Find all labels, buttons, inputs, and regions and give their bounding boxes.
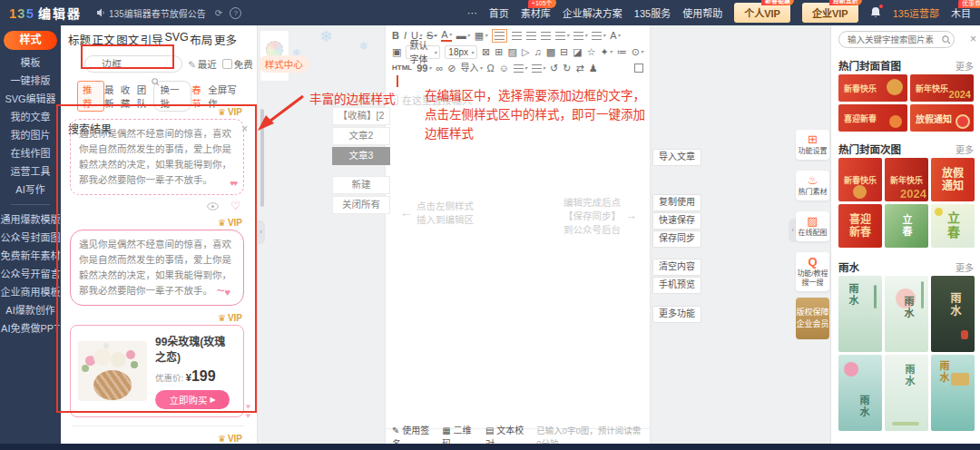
style-search-input[interactable] — [84, 55, 182, 73]
phone-preview-button[interactable]: 手机预览 — [652, 277, 701, 294]
background-color-icon[interactable]: ▦▾ — [475, 31, 487, 41]
style-panel-scrollbar[interactable] — [260, 109, 264, 207]
letter-spacing-icon[interactable]: ▾ — [592, 32, 605, 40]
cover-image[interactable]: 放假通知 — [910, 104, 974, 132]
clear-content-button[interactable]: 清空内容 — [652, 259, 701, 276]
music-icon[interactable]: ♫ — [534, 47, 541, 57]
copyright-vip-badge[interactable]: 版权保障企业会员 — [796, 298, 829, 339]
tab-body[interactable]: 正文 — [93, 31, 115, 48]
more-menu-icon[interactable]: ··· — [467, 7, 477, 18]
unlink-icon[interactable]: ⊘ — [447, 64, 456, 73]
style-card-yellow-border[interactable]: ♛VIP ✿ — [61, 430, 257, 444]
sidebar-item-online-drawing[interactable]: 在线作图 — [0, 144, 61, 162]
nav-material-library[interactable]: +105个 素材库 — [521, 5, 551, 20]
import-article-button[interactable]: 导入文章 — [652, 149, 701, 166]
cover-image[interactable]: 新春快乐 — [838, 74, 907, 102]
columns-icon[interactable]: ⊟ — [560, 47, 568, 57]
poster-image[interactable]: 雨水 — [885, 355, 928, 431]
font-size-select[interactable]: 18px▾ — [445, 45, 477, 59]
gif-icon[interactable]: ▩ — [546, 47, 555, 57]
search-tutorial-button[interactable]: Q 功能/教程搜一搜 — [796, 252, 829, 291]
sidebar-item-ai-ppt[interactable]: AI免费做PPT — [0, 319, 61, 338]
undo-icon[interactable]: ↺ — [550, 64, 558, 73]
magic-wand-icon[interactable]: ✦▾ — [601, 47, 612, 57]
special-char-icon[interactable]: Ω — [487, 64, 495, 73]
font-color-icon[interactable]: A▾ — [441, 30, 451, 42]
poster-image[interactable]: 雨水 — [931, 355, 975, 431]
panel-collapse-handle[interactable]: ‹ — [257, 220, 265, 244]
style-card-product[interactable]: ♛VIP 99朵玫瑰(玫瑰之恋) — [61, 309, 257, 417]
cover-image[interactable]: 喜迎新春 — [838, 204, 882, 248]
cover-image[interactable]: 新春快乐 — [838, 158, 882, 201]
table-icon[interactable]: ⊞ — [495, 47, 503, 57]
announcement-link[interactable]: 135编辑器春节放假公告 — [96, 6, 206, 20]
cover-image[interactable]: 新年快乐2024 — [885, 158, 928, 201]
username[interactable]: 135运营部 — [893, 5, 939, 20]
poster-image[interactable]: 雨水 — [931, 276, 975, 352]
cover-image[interactable]: 立春 — [885, 204, 928, 248]
align-right-icon[interactable] — [526, 32, 536, 40]
save-sync-button[interactable]: 保存同步 — [652, 230, 701, 248]
clear-format-icon[interactable]: ⇄ — [576, 64, 584, 73]
copy-use-button[interactable]: 复制使用 — [652, 194, 701, 211]
user-template-icon[interactable]: ♟ — [589, 64, 598, 73]
free-checkbox[interactable]: 免费 — [222, 57, 253, 71]
close-panel-icon[interactable]: × — [970, 33, 976, 45]
nav-home[interactable]: 首页 — [489, 5, 509, 20]
notification-bell-icon[interactable] — [870, 6, 881, 20]
video-icon[interactable]: ▷ — [522, 47, 529, 57]
sidebar-item-operation-tools[interactable]: 运营工具 — [0, 162, 61, 181]
cover-image[interactable]: 喜迎新春 — [838, 104, 907, 132]
help-icon[interactable]: ? — [230, 7, 241, 19]
sidebar-item-free-newyear[interactable]: 免费新年素材 — [0, 247, 61, 265]
style-center-button[interactable]: 样式中心 — [259, 55, 309, 73]
buy-now-button[interactable]: 立即购买▶ — [155, 390, 230, 409]
more-link[interactable]: 更多 — [956, 59, 974, 73]
tab-imagetext[interactable]: 图文 — [116, 31, 139, 48]
more-link[interactable]: 更多 — [956, 260, 974, 274]
sidebar-item-my-images[interactable]: 我的图片 — [0, 126, 61, 144]
more-functions-button[interactable]: 更多功能 — [652, 306, 701, 323]
media-search-input[interactable] — [838, 31, 955, 48]
text-case-icon[interactable]: A▾ — [610, 31, 620, 41]
tab-svg[interactable]: SVG — [164, 31, 188, 48]
recent-filter[interactable]: ✎最近 — [188, 57, 217, 71]
style-card-solid-border[interactable]: ♛VIP 遇见你是偶然不经意间的惊喜，喜欢你是自然而然发生的事情，爱上你是毅然决… — [61, 214, 257, 306]
sidebar-item-ai-hot-creation[interactable]: AI爆款创作 — [0, 301, 61, 319]
function-settings-button[interactable]: ⊞ 功能设置 — [796, 130, 829, 160]
sidebar-item-cover-images[interactable]: 公众号封面图 — [0, 229, 61, 247]
sidebar-item-my-articles[interactable]: 我的文章 — [0, 108, 61, 126]
align-justify-icon[interactable] — [541, 32, 551, 40]
sidebar-item-commercial-templates[interactable]: 企业商用模板 — [0, 283, 61, 301]
line-height-icon[interactable]: ▾ — [573, 32, 587, 40]
align-center-icon[interactable] — [512, 32, 522, 40]
tab-title[interactable]: 标题 — [68, 31, 91, 48]
align-left-icon[interactable] — [492, 29, 507, 43]
sidebar-item-comments[interactable]: 公众号开留言 — [0, 265, 61, 283]
personal-vip-button[interactable]: 新春钜惠 个人VIP — [734, 3, 790, 23]
new-document-button[interactable]: 新建 — [332, 176, 390, 194]
blockquote-icon[interactable]: 99▾ — [416, 64, 431, 73]
style-card-dashed-border[interactable]: ♛VIP 遇见你是偶然不经意间的惊喜，喜欢你是自然而然发生的事情，爱上你是毅然决… — [61, 103, 257, 214]
tab-guide[interactable]: 引导 — [141, 31, 163, 48]
close-all-button[interactable]: 关闭所有 — [332, 196, 390, 214]
font-family-select[interactable]: 默认字体▾ — [406, 45, 440, 59]
indent-icon[interactable]: ▾ — [555, 32, 569, 40]
image-icon[interactable]: ▨ — [508, 47, 517, 57]
poster-image[interactable]: 雨水 — [838, 355, 882, 431]
poster-image[interactable]: 雨水 — [838, 276, 882, 352]
doc-tab-article3-active[interactable]: 文章3 — [332, 147, 390, 165]
account-name[interactable]: 优惠券 木目 — [951, 5, 971, 20]
enterprise-vip-button[interactable]: 迎新五折 企业VIP — [802, 3, 858, 23]
poster-image[interactable]: 雨水 — [885, 276, 928, 352]
sidebar-item-templates[interactable]: 模板 — [0, 54, 61, 72]
nav-135-services[interactable]: 135服务 — [634, 5, 671, 20]
cover-image[interactable]: 新年快乐 2024 — [910, 74, 974, 102]
new-doc-icon[interactable]: ▣ — [392, 47, 401, 57]
placeholder-icon[interactable]: ⊠ — [482, 47, 490, 57]
favorite-star-icon[interactable]: ☆ — [587, 47, 596, 57]
ordered-list-icon[interactable]: ▾ — [514, 64, 527, 73]
sidebar-item-styles[interactable]: 样式 — [4, 31, 57, 50]
more-link[interactable]: 更多 — [956, 142, 974, 156]
cover-image[interactable]: 放假通知 — [931, 158, 975, 201]
